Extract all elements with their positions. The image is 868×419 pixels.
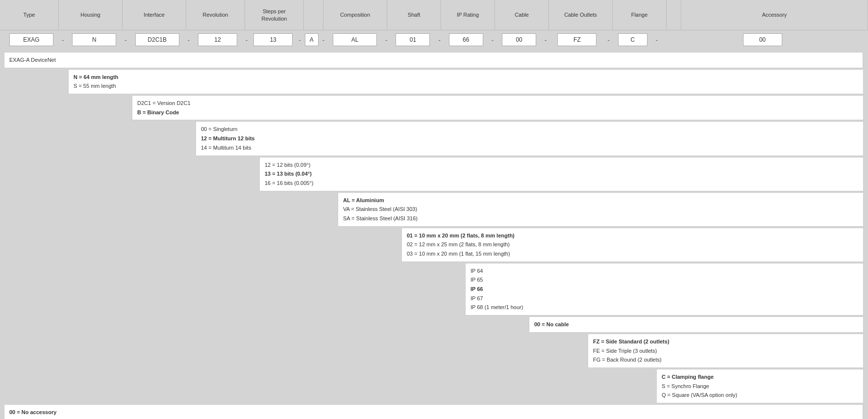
col-header-housing: Housing [59,0,123,30]
value-cell-type: EXAG [2,33,61,46]
sep6: - [322,36,325,44]
col-header-ip: IP Rating [441,0,495,30]
cable-item-1[interactable]: 00 = No cable [534,320,858,329]
sep1: - [61,36,65,44]
value-box-interface[interactable]: D2C1B [135,33,179,46]
value-box-composition[interactable]: AL [333,33,377,46]
value-cell-housing: N [65,33,124,46]
col-header-blank1 [304,0,323,30]
interface-item-1[interactable]: D2C1 = Version D2C1 [137,99,858,108]
panel-ip: IP 64 IP 65 IP 66 IP 67 IP 68 (1 meter/1… [465,263,864,315]
ip-item-3[interactable]: IP 66 [471,285,858,294]
outlets-item-1[interactable]: FZ = Side Standard (2 outlets) [593,337,858,346]
shaft-item-2[interactable]: 02 = 12 mm x 25 mm (2 flats, 8 mm length… [407,240,858,249]
value-cell-steps: 13 [248,33,298,46]
value-cell-cable: 00 [495,33,544,46]
ip-item-4[interactable]: IP 67 [471,294,858,303]
col-header-interface: Interface [123,0,186,30]
panel-flange: C = Clamping flange S = Synchro Flange Q… [656,369,864,403]
panel-interface: D2C1 = Version D2C1 B = Binary Code [132,95,864,120]
value-box-steps[interactable]: 13 [253,33,293,46]
composition-item-2[interactable]: VA = Stainless Steel (AISI 303) [343,205,858,214]
col-header-type: Type [0,0,59,30]
value-box-ip[interactable]: 66 [449,33,483,46]
value-cell-ip: 66 [442,33,491,46]
value-box-revolution[interactable]: 12 [198,33,237,46]
col-header-revolution: Revolution [186,0,245,30]
interface-item-2[interactable]: B = Binary Code [137,108,858,117]
sep10: - [544,36,547,44]
composition-item-3[interactable]: SA = Stainless Steel (AISI 316) [343,214,858,223]
value-box-outlets[interactable]: FZ [557,33,596,46]
shaft-item-1[interactable]: 01 = 10 mm x 20 mm (2 flats, 8 mm length… [407,231,858,240]
steps-item-3[interactable]: 16 = 16 bits (0.005°) [265,179,858,188]
sep8: - [437,36,441,44]
sep11: - [606,36,610,44]
value-box-flange[interactable]: C [618,33,647,46]
flange-item-2[interactable]: S = Synchro Flange [662,382,858,391]
value-cell-composition: AL [325,33,384,46]
col-header-blank2 [667,0,681,30]
composition-item-1[interactable]: AL = Aluminium [343,196,858,205]
outlets-item-3[interactable]: FG = Back Round (2 outlets) [593,355,858,365]
flange-item-1[interactable]: C = Clamping flange [662,372,858,382]
ip-item-5[interactable]: IP 68 (1 meter/1 hour) [471,303,858,312]
sep7: - [384,36,388,44]
value-cell-accessory: 00 [659,33,866,46]
col-header-shaft: Shaft [387,0,441,30]
header-row: Type Housing Interface Revolution Steps … [0,0,868,30]
col-header-cable: Cable [495,0,549,30]
shaft-item-3[interactable]: 03 = 10 mm x 20 mm (1 flat, 15 mm length… [407,249,858,259]
value-cell-interface: D2C1B [128,33,187,46]
accessory-item-1[interactable]: 00 = No accessory [9,408,858,417]
value-box-housing[interactable]: N [72,33,116,46]
ip-item-1[interactable]: IP 64 [471,266,858,276]
value-cell-outlets: FZ [547,33,606,46]
sep12: - [655,36,659,44]
revolution-item-1[interactable]: 00 = Singleturn [201,125,858,134]
sep5: - [298,36,301,44]
housing-item-1[interactable]: N = 64 mm length [74,73,858,82]
panel-revolution: 00 = Singleturn 12 = Multiturn 12 bits 1… [196,121,864,156]
panel-accessory: 00 = No accessory [4,404,863,419]
panel-cable: 00 = No cable [529,316,864,333]
sep2: - [124,36,127,44]
value-box-accessory[interactable]: 00 [743,33,782,46]
revolution-item-2[interactable]: 12 = Multiturn 12 bits [201,134,858,143]
sep3: - [187,36,191,44]
content-area: EXAG-A DeviceNet N = 64 mm length S = 55… [0,49,868,419]
housing-item-2[interactable]: S = 55 mm length [74,81,858,91]
outlets-item-2[interactable]: FE = Side Triple (3 outlets) [593,346,858,356]
value-cell-shaft: 01 [388,33,437,46]
panel-type: EXAG-A DeviceNet [4,52,863,68]
panel-composition: AL = Aluminium VA = Stainless Steel (AIS… [338,192,864,227]
type-item-1[interactable]: EXAG-A DeviceNet [9,55,858,65]
panel-steps: 12 = 12 bits (0.09°) 13 = 13 bits (0.04°… [259,157,864,191]
value-box-type[interactable]: EXAG [9,33,53,46]
col-header-flange: Flange [613,0,667,30]
col-header-steps: Steps perRevolution [245,0,304,30]
value-cell-revolution: 12 [191,33,245,46]
value-cell-steps-suffix: A [302,33,322,46]
panel-housing: N = 64 mm length S = 55 mm length [68,69,864,94]
steps-item-1[interactable]: 12 = 12 bits (0.09°) [265,160,858,170]
col-header-accessory: Accessory [681,0,868,30]
main-layout: Type Housing Interface Revolution Steps … [0,0,868,419]
value-row: EXAG - N - D2C1B - 12 - 13 - A - AL [0,30,868,49]
sep9: - [491,36,495,44]
col-header-outlets: Cable Outlets [549,0,613,30]
steps-item-2[interactable]: 13 = 13 bits (0.04°) [265,169,858,179]
value-box-shaft[interactable]: 01 [396,33,430,46]
revolution-item-3[interactable]: 14 = Multiturn 14 bits [201,143,858,153]
ip-item-2[interactable]: IP 65 [471,275,858,285]
flange-item-3[interactable]: Q = Square (VA/SA option only) [662,391,858,400]
panel-shaft: 01 = 10 mm x 20 mm (2 flats, 8 mm length… [401,228,864,262]
panel-outlets: FZ = Side Standard (2 outlets) FE = Side… [588,334,864,368]
col-header-composition: Composition [323,0,387,30]
value-box-steps-suffix[interactable]: A [305,33,319,46]
value-box-cable[interactable]: 00 [502,33,536,46]
value-cell-flange: C [611,33,655,46]
sep4: - [245,36,248,44]
